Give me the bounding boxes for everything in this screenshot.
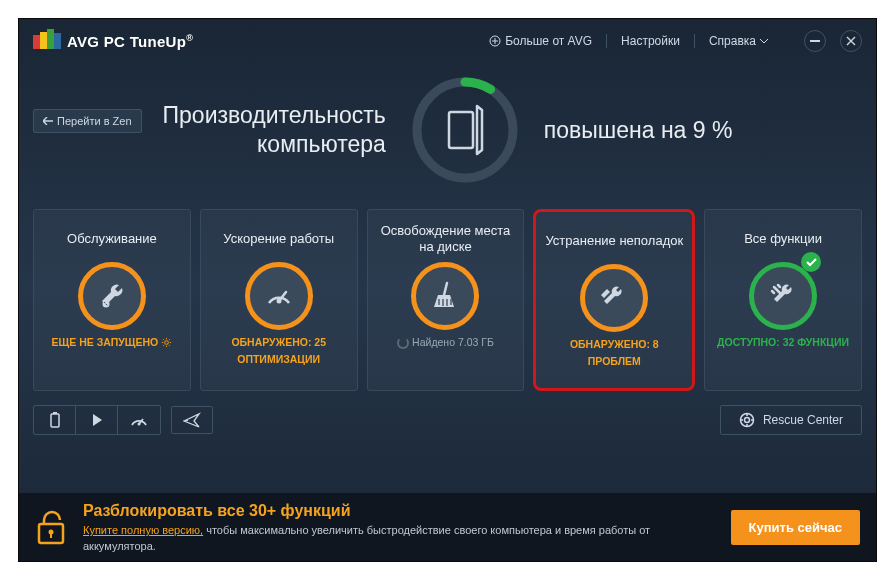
svg-rect-13 [53, 412, 57, 414]
performance-ring [410, 75, 520, 185]
arrow-left-icon [43, 117, 53, 125]
wrench-pencil-icon [599, 283, 629, 313]
plus-circle-icon [489, 35, 501, 47]
card-status: ОБНАРУЖЕНО: 8ПРОБЛЕМ [570, 338, 659, 368]
check-badge-icon [801, 252, 821, 272]
app-window: AVG PC TuneUp® Больше от AVG Настройки С… [18, 18, 877, 562]
hero-section: Перейти в Zen Производительность компьют… [19, 63, 876, 209]
broom-icon [432, 281, 458, 311]
buy-full-version-link[interactable]: Купите полную версию, [83, 524, 203, 536]
card-title: Ускорение работы [223, 222, 334, 256]
chevron-down-icon [760, 39, 768, 44]
svg-rect-3 [54, 33, 61, 49]
card-all-functions[interactable]: Все функции ДОСТУПНО: 32 ФУНКЦИИ [704, 209, 862, 391]
tools-icon [768, 281, 798, 311]
svg-rect-5 [810, 40, 820, 42]
rescue-center-button[interactable]: Rescue Center [720, 405, 862, 435]
feature-cards: Обслуживание ЕЩЕ НЕ ЗАПУЩЕНО Ускорение р… [19, 209, 876, 391]
svg-rect-1 [40, 32, 47, 49]
svg-point-10 [165, 341, 169, 345]
card-status: ДОСТУПНО: 32 ФУНКЦИИ [717, 336, 849, 350]
separator [694, 34, 695, 48]
upgrade-banner: Разблокировать все 30+ функций Купите по… [19, 493, 876, 561]
speedometer-icon [264, 281, 294, 311]
card-speedup[interactable]: Ускорение работы ОБНАРУЖЕНО: 25ОПТИМИЗАЦ… [200, 209, 358, 391]
app-name: AVG PC TuneUp® [67, 33, 193, 50]
mode-row: Rescue Center [19, 391, 876, 435]
spinner-icon [397, 337, 409, 349]
avg-logo-icon [33, 29, 61, 53]
card-circle [78, 262, 146, 330]
banner-title: Разблокировать все 30+ функций [83, 500, 717, 522]
plane-icon [183, 412, 201, 428]
card-circle [580, 264, 648, 332]
battery-icon [48, 411, 62, 429]
app-logo: AVG PC TuneUp® [33, 29, 193, 53]
settings-link[interactable]: Настройки [621, 34, 680, 48]
separator [606, 34, 607, 48]
buy-now-button[interactable]: Купить сейчас [731, 510, 860, 545]
card-title: Все функции [744, 222, 822, 256]
card-title: Обслуживание [67, 222, 157, 256]
laptop-icon [445, 102, 485, 158]
svg-point-16 [744, 418, 749, 423]
card-disk-space[interactable]: Освобождение места на диске Найдено 7.03… [367, 209, 525, 391]
top-menu: Больше от AVG Настройки Справка [489, 30, 862, 52]
banner-text: Разблокировать все 30+ функций Купите по… [83, 500, 717, 554]
mode-turbo-button[interactable] [118, 406, 160, 434]
svg-rect-2 [47, 29, 54, 49]
play-icon [91, 413, 103, 427]
minimize-icon [810, 40, 820, 42]
card-circle [749, 262, 817, 330]
card-status: ЕЩЕ НЕ ЗАПУЩЕНО [52, 336, 173, 350]
lifebuoy-icon [739, 412, 755, 428]
card-title: Устранение неполадок [545, 224, 683, 258]
card-title: Освобождение места на диске [374, 222, 518, 256]
mode-standard-button[interactable] [76, 406, 118, 434]
minimize-button[interactable] [804, 30, 826, 52]
gauge-icon [130, 413, 148, 427]
mode-economy-button[interactable] [34, 406, 76, 434]
svg-rect-12 [51, 414, 59, 427]
wrench-icon [97, 281, 127, 311]
more-from-avg-link[interactable]: Больше от AVG [489, 34, 592, 48]
unlock-icon [35, 508, 69, 546]
hero-result: повышена на 9 % [544, 117, 733, 144]
gear-icon [161, 337, 172, 348]
flight-mode-button[interactable] [171, 406, 213, 434]
svg-rect-0 [33, 35, 40, 49]
mode-group [33, 405, 161, 435]
close-button[interactable] [840, 30, 862, 52]
go-to-zen-button[interactable]: Перейти в Zen [33, 109, 142, 133]
hero-label: Производительность компьютера [163, 101, 386, 159]
card-status: ОБНАРУЖЕНО: 25ОПТИМИЗАЦИИ [231, 336, 326, 366]
svg-rect-8 [449, 112, 473, 148]
titlebar: AVG PC TuneUp® Больше от AVG Настройки С… [19, 19, 876, 63]
card-maintenance[interactable]: Обслуживание ЕЩЕ НЕ ЗАПУЩЕНО [33, 209, 191, 391]
close-icon [846, 36, 856, 46]
card-fix-problems[interactable]: Устранение неполадок ОБНАРУЖЕНО: 8ПРОБЛЕ… [533, 209, 695, 391]
svg-rect-19 [50, 533, 52, 538]
card-circle [411, 262, 479, 330]
card-status: Найдено 7.03 ГБ [397, 336, 494, 350]
card-circle [245, 262, 313, 330]
help-link[interactable]: Справка [709, 34, 768, 48]
